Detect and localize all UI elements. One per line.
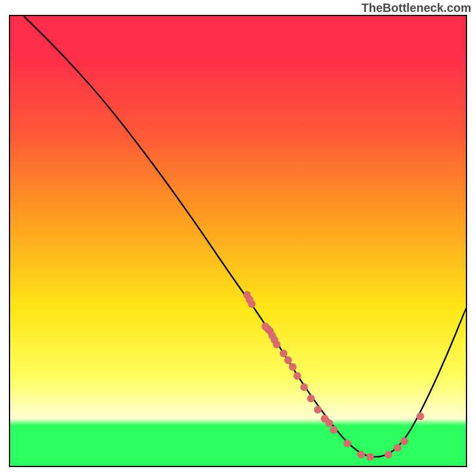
data-marker — [394, 444, 402, 452]
data-marker — [293, 372, 301, 380]
data-marker — [330, 426, 337, 434]
data-marker — [280, 350, 287, 358]
data-marker — [416, 412, 424, 420]
data-marker — [289, 363, 296, 371]
data-marker — [273, 340, 281, 348]
chart-area — [9, 15, 467, 467]
data-marker — [400, 437, 408, 445]
data-marker — [314, 406, 322, 414]
data-marker — [300, 383, 308, 391]
bottleneck-curve — [24, 16, 466, 457]
data-marker — [325, 419, 333, 427]
chart-svg — [10, 16, 466, 466]
data-marker — [307, 394, 315, 402]
data-marker — [384, 451, 392, 459]
data-marker — [343, 440, 351, 447]
data-marker — [367, 453, 374, 461]
data-marker — [248, 300, 256, 308]
data-marker — [357, 451, 365, 459]
data-marker — [284, 356, 292, 364]
data-markers-group — [243, 291, 424, 461]
watermark-text: TheBottleneck.com — [362, 1, 471, 15]
